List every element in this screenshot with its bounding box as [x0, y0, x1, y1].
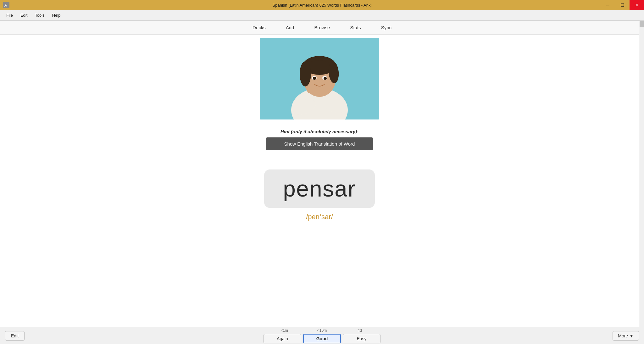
menu-help[interactable]: Help — [48, 12, 64, 19]
svg-point-13 — [313, 77, 316, 80]
spanish-word: pensar — [283, 176, 356, 202]
answer-buttons: <1m <10m 4d Again Good Easy — [264, 328, 380, 343]
minimize-button[interactable]: ─ — [601, 0, 615, 10]
svg-point-9 — [300, 61, 311, 86]
divider — [16, 163, 623, 163]
time-easy: 4d — [341, 328, 379, 333]
scrollbar-thumb[interactable] — [640, 21, 644, 27]
app-icon: A — [3, 2, 9, 8]
hint-label: Hint (only if absolutely necessary): — [280, 129, 358, 134]
time-good: <10m — [303, 328, 341, 333]
time-again: <1m — [265, 328, 303, 333]
again-button[interactable]: Again — [264, 334, 301, 343]
easy-button[interactable]: Easy — [343, 334, 380, 343]
nav-browse[interactable]: Browse — [310, 22, 334, 33]
close-button[interactable]: ✕ — [630, 0, 644, 10]
scrollbar[interactable] — [639, 21, 644, 327]
answer-btns-row: Again Good Easy — [264, 334, 380, 343]
svg-text:A: A — [4, 3, 7, 8]
svg-point-14 — [324, 77, 327, 80]
more-arrow-icon: ▼ — [629, 333, 634, 338]
maximize-button[interactable]: ☐ — [615, 0, 630, 10]
nav-bar: Decks Add Browse Stats Sync — [0, 21, 644, 35]
main-content: Hint (only if absolutely necessary): Sho… — [0, 35, 639, 341]
more-label: More — [618, 333, 628, 338]
nav-decks[interactable]: Decks — [249, 22, 269, 33]
time-labels: <1m <10m 4d — [265, 328, 379, 333]
menu-bar: File Edit Tools Help — [0, 10, 644, 21]
hint-section: Hint (only if absolutely necessary): Sho… — [266, 129, 373, 150]
menu-file[interactable]: File — [3, 12, 17, 19]
good-button[interactable]: Good — [303, 334, 341, 343]
more-button[interactable]: More ▼ — [613, 331, 639, 341]
title-bar: A Spanish (Latin American) 625 Words Fla… — [0, 0, 644, 10]
nav-add[interactable]: Add — [282, 22, 298, 33]
bottom-bar: Edit <1m <10m 4d Again Good Easy More ▼ — [0, 327, 644, 344]
window-controls: ─ ☐ ✕ — [601, 0, 644, 10]
card-image — [260, 38, 379, 119]
nav-stats[interactable]: Stats — [346, 22, 364, 33]
window-title: Spanish (Latin American) 625 Words Flash… — [273, 3, 372, 8]
hint-button[interactable]: Show English Translation of Word — [266, 137, 373, 150]
word-card: pensar — [264, 169, 375, 208]
nav-sync[interactable]: Sync — [377, 22, 395, 33]
menu-edit[interactable]: Edit — [17, 12, 31, 19]
menu-tools[interactable]: Tools — [31, 12, 48, 19]
pronunciation: /penˈsar/ — [306, 213, 333, 221]
edit-button[interactable]: Edit — [5, 331, 25, 341]
